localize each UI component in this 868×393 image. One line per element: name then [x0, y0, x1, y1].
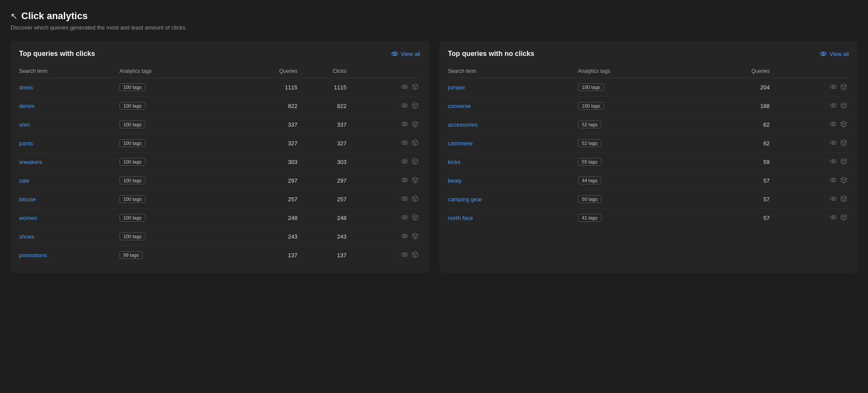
queries-cell-0-3: 327 — [233, 134, 297, 153]
actions-cell-0-6 — [347, 190, 420, 209]
eye-button-1-4[interactable] — [828, 157, 838, 167]
eye-button-1-1[interactable] — [828, 101, 838, 111]
table-row: women100 tags248248 — [19, 209, 420, 227]
search-term-0-2[interactable]: shirt — [19, 121, 30, 128]
box-button-1-0[interactable] — [838, 82, 849, 92]
view-all-button-1[interactable]: View all — [820, 50, 849, 57]
svg-point-27 — [404, 235, 406, 237]
box-button-0-9[interactable] — [410, 250, 420, 260]
queries-cell-0-6: 257 — [233, 190, 297, 209]
queries-cell-0-1: 822 — [233, 97, 297, 115]
actions-cell-1-1 — [769, 97, 849, 115]
queries-cell-1-5: 57 — [700, 171, 770, 190]
table-row: pants100 tags327327 — [19, 134, 420, 153]
svg-point-1 — [394, 53, 396, 55]
svg-point-9 — [404, 123, 406, 125]
eye-button-0-4[interactable] — [399, 157, 410, 167]
box-button-1-1[interactable] — [838, 101, 849, 111]
svg-point-49 — [830, 178, 836, 182]
table-row: cashmere52 tags62 — [448, 134, 849, 153]
search-term-0-7[interactable]: women — [19, 215, 37, 221]
svg-point-23 — [402, 216, 407, 219]
box-button-1-7[interactable] — [838, 213, 849, 223]
search-term-1-7[interactable]: north face — [448, 215, 473, 221]
box-button-0-5[interactable] — [410, 176, 420, 185]
queries-cell-0-9: 137 — [233, 246, 297, 265]
search-term-0-4[interactable]: sneakers — [19, 159, 42, 165]
col-header-0-0: Search term — [19, 65, 119, 78]
clicks-cell-0-0: 1115 — [297, 78, 347, 97]
svg-point-30 — [404, 254, 406, 255]
actions-cell-0-5 — [347, 171, 420, 190]
table-row: shoes100 tags243243 — [19, 227, 420, 246]
svg-point-15 — [404, 160, 406, 162]
box-button-0-6[interactable] — [410, 194, 420, 204]
eye-button-0-6[interactable] — [399, 194, 410, 204]
clicks-cell-0-4: 303 — [297, 153, 347, 171]
eye-button-1-6[interactable] — [828, 194, 838, 204]
eye-button-1-0[interactable] — [828, 82, 838, 92]
svg-point-37 — [830, 104, 836, 107]
search-term-0-8[interactable]: shoes — [19, 233, 34, 240]
eye-button-0-0[interactable] — [399, 82, 410, 92]
svg-point-6 — [404, 105, 406, 106]
eye-button-1-2[interactable] — [828, 120, 838, 129]
box-button-0-4[interactable] — [410, 157, 420, 167]
eye-button-0-9[interactable] — [399, 250, 410, 260]
svg-point-35 — [832, 86, 834, 88]
eye-button-0-7[interactable] — [399, 213, 410, 223]
panels-container: Top queries with clicksView allSearch te… — [10, 41, 858, 273]
box-button-0-2[interactable] — [410, 120, 420, 129]
box-button-1-2[interactable] — [838, 120, 849, 129]
box-button-1-5[interactable] — [838, 176, 849, 185]
actions-cell-0-7 — [347, 209, 420, 227]
box-button-1-4[interactable] — [838, 157, 849, 167]
search-term-1-5[interactable]: beaty — [448, 177, 462, 184]
table-row: converse100 tags188 — [448, 97, 849, 115]
view-all-button-0[interactable]: View all — [391, 50, 420, 57]
click-analytics-icon: ↖ — [10, 11, 18, 21]
view-all-label: View all — [829, 51, 849, 57]
search-term-1-6[interactable]: camping gear — [448, 196, 482, 203]
eye-button-0-3[interactable] — [399, 138, 410, 148]
col-header-0-2: Queries — [233, 65, 297, 78]
tags-badge-1-5: 44 tags — [578, 177, 601, 184]
actions-cell-0-9 — [347, 246, 420, 265]
search-term-0-1[interactable]: denim — [19, 103, 34, 109]
box-button-1-3[interactable] — [838, 138, 849, 148]
search-term-0-0[interactable]: dress — [19, 84, 33, 91]
search-term-0-3[interactable]: pants — [19, 140, 33, 147]
eye-icon — [820, 50, 827, 57]
tags-badge-0-2: 100 tags — [119, 121, 145, 128]
clicks-cell-0-1: 822 — [297, 97, 347, 115]
tags-badge-1-2: 52 tags — [578, 121, 601, 128]
eye-button-0-5[interactable] — [399, 176, 410, 185]
search-term-0-9[interactable]: promotions — [19, 252, 47, 259]
box-button-0-1[interactable] — [410, 101, 420, 111]
queries-cell-1-1: 188 — [700, 97, 770, 115]
box-button-0-8[interactable] — [410, 232, 420, 241]
search-term-1-2[interactable]: accessories — [448, 121, 478, 128]
search-term-0-5[interactable]: sale — [19, 177, 30, 184]
actions-cell-0-3 — [347, 134, 420, 153]
actions-cell-0-2 — [347, 115, 420, 134]
search-term-1-4[interactable]: kicks — [448, 159, 461, 165]
tags-badge-1-6: 50 tags — [578, 195, 601, 203]
box-button-1-6[interactable] — [838, 194, 849, 204]
search-term-1-3[interactable]: cashmere — [448, 140, 473, 147]
eye-button-1-7[interactable] — [828, 213, 838, 223]
table-row: accessories52 tags62 — [448, 115, 849, 134]
search-term-1-0[interactable]: jumper — [448, 84, 465, 91]
eye-button-0-1[interactable] — [399, 101, 410, 111]
search-term-0-6[interactable]: blouse — [19, 196, 36, 203]
queries-cell-0-2: 337 — [233, 115, 297, 134]
box-button-0-7[interactable] — [410, 213, 420, 223]
panel-title-0: Top queries with clicks — [19, 50, 95, 58]
box-button-0-0[interactable] — [410, 82, 420, 92]
eye-button-0-2[interactable] — [399, 120, 410, 129]
eye-button-0-8[interactable] — [399, 232, 410, 241]
search-term-1-1[interactable]: converse — [448, 103, 471, 109]
box-button-0-3[interactable] — [410, 138, 420, 148]
eye-button-1-5[interactable] — [828, 176, 838, 185]
eye-button-1-3[interactable] — [828, 138, 838, 148]
